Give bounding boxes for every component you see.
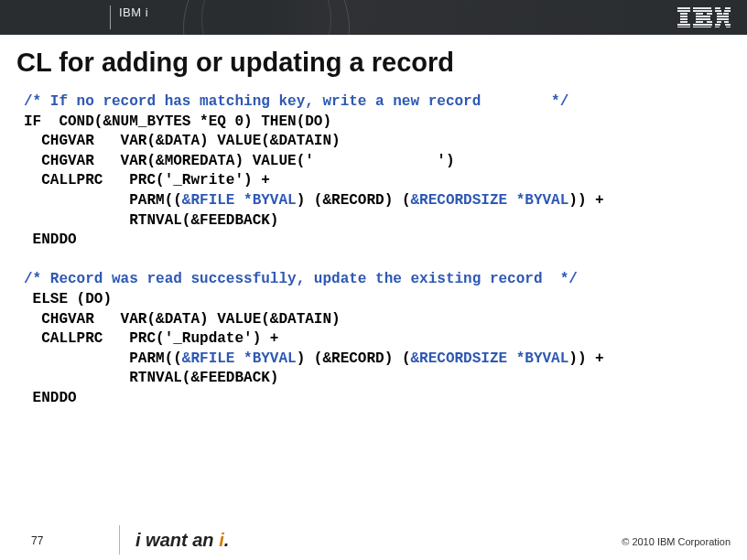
code-line: )) + [568,192,603,209]
code-line: ELSE (DO) [24,291,112,307]
svg-rect-17 [693,27,711,27]
svg-rect-19 [725,7,731,9]
svg-rect-14 [696,21,703,23]
svg-rect-3 [680,16,687,17]
code-line: CHGVAR VAR(&MOREDATA) VALUE(' ') [24,153,454,169]
code-line: PARM(( [24,192,182,209]
code-line: CHGVAR VAR(&DATA) VALUE(&DATAIN) [24,133,341,149]
code-block: /* If no record has matching key, write … [0,83,747,409]
svg-rect-22 [717,13,722,15]
svg-rect-23 [723,13,729,15]
code-param: &RFILE *BYVAL [182,350,297,367]
svg-rect-29 [725,24,731,26]
code-comment-1: /* If no record has matching key, write … [24,93,568,110]
slide-footer: 77 i want an i. © 2010 IBM Corporation [0,518,747,560]
svg-rect-16 [693,24,712,26]
svg-rect-27 [724,21,729,23]
svg-rect-20 [715,10,721,12]
header-divider [110,5,111,29]
tagline: i want an i. [135,530,229,551]
swirl-decoration [183,0,384,35]
svg-rect-12 [696,16,710,17]
svg-rect-2 [680,13,687,15]
svg-rect-31 [726,27,731,27]
svg-rect-26 [717,21,721,23]
code-comment-2: /* Record was read successfully, update … [24,271,578,287]
tagline-prefix: i want an [135,530,219,550]
slide-header: IBM i [0,0,747,35]
code-line: IF COND(&NUM_BYTES *EQ 0) THEN(DO) [24,113,331,130]
svg-rect-25 [717,18,729,20]
svg-rect-24 [717,16,729,17]
svg-rect-9 [693,10,712,12]
code-line: PARM(( [24,350,182,367]
code-line: ) (&RECORD) ( [297,192,411,209]
code-param: &RECORDSIZE *BYVAL [410,192,568,209]
svg-rect-1 [677,10,690,12]
page-number: 77 [31,534,43,547]
code-param: &RECORDSIZE *BYVAL [410,350,568,367]
svg-rect-6 [677,24,690,26]
svg-rect-13 [696,18,710,20]
code-line: ENDDO [24,390,77,406]
tagline-suffix: . [224,530,230,550]
svg-rect-5 [680,21,687,23]
code-line: ENDDO [24,232,77,248]
code-line: )) + [568,350,603,367]
svg-rect-8 [693,7,711,9]
svg-rect-28 [715,24,720,26]
slide-title: CL for adding or updating a record [0,35,747,83]
product-label-suffix: i [146,5,148,19]
code-line: RTNVAL(&FEEDBACK) [24,212,278,229]
svg-rect-21 [724,10,731,12]
code-line: CALLPRC PRC('_Rwrite') + [24,172,270,188]
code-line: CALLPRC PRC('_Rupdate') + [24,330,278,347]
code-line: ) (&RECORD) ( [297,350,411,367]
svg-rect-7 [677,27,690,27]
copyright: © 2010 IBM Corporation [622,536,731,547]
product-label: IBM i [119,5,148,19]
code-line: CHGVAR VAR(&DATA) VALUE(&DATAIN) [24,311,341,328]
svg-rect-18 [715,7,720,9]
svg-rect-30 [715,27,720,27]
svg-rect-0 [677,7,690,9]
svg-rect-10 [696,13,703,15]
code-line: RTNVAL(&FEEDBACK) [24,370,278,386]
slide: IBM i CL f [0,0,747,560]
svg-rect-15 [707,21,712,23]
ibm-logo-icon [677,7,731,27]
code-param: &RFILE *BYVAL [182,192,297,209]
svg-rect-4 [680,18,687,20]
product-label-prefix: IBM [119,5,142,19]
footer-divider [119,525,120,555]
svg-rect-11 [707,13,712,15]
